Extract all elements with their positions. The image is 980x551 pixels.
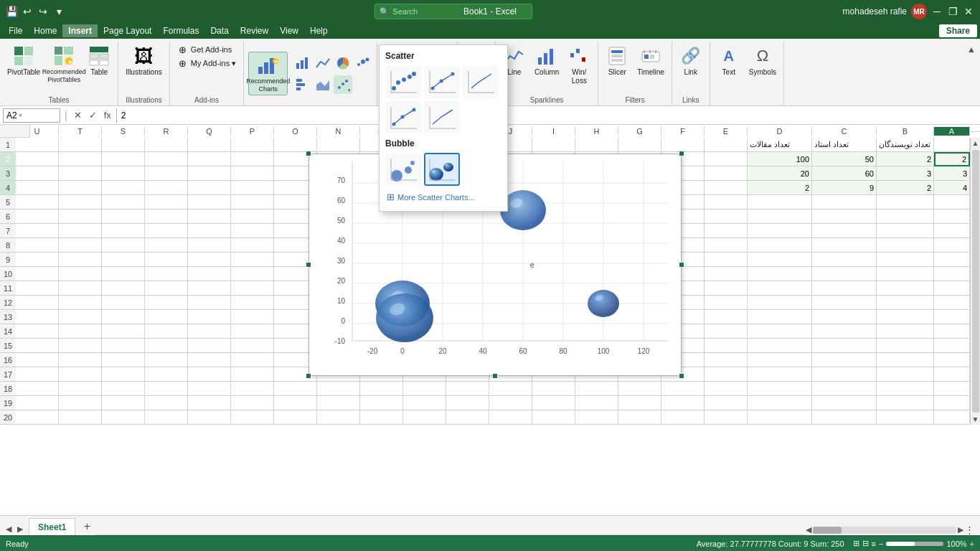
share-button[interactable]: Share [939,24,977,37]
cell-S7[interactable] [102,224,145,238]
cell-R1[interactable] [145,138,188,152]
cell-A12[interactable] [934,296,970,310]
tab-scroll-right[interactable]: ▶ [14,523,26,535]
bubble-3d-option[interactable] [424,153,460,186]
row-number-18[interactable]: 18 [0,382,16,396]
ribbon-collapse-button[interactable]: ▲ [967,44,976,55]
select-all-button[interactable] [0,125,30,138]
timeline-button[interactable]: Timeline [634,43,666,78]
cell-S10[interactable] [102,267,145,281]
cell-S17[interactable] [102,367,145,382]
cell-C16[interactable] [812,353,877,367]
cell-C6[interactable] [812,209,877,224]
cell-R2[interactable] [145,152,188,166]
save-icon[interactable]: 💾 [6,6,17,17]
cell-Q15[interactable] [188,339,231,353]
cell-B1[interactable]: تعداد نویسندگان [877,138,934,152]
cell-T5[interactable] [59,195,102,209]
cell-G1[interactable] [618,138,661,152]
cell-T4[interactable] [59,181,102,195]
cell-T8[interactable] [59,238,102,253]
cell-C3[interactable]: 60 [812,166,877,181]
cell-J18[interactable] [489,382,532,396]
cell-S11[interactable] [102,281,145,296]
cell-A6[interactable] [934,209,970,224]
cell-Q17[interactable] [188,367,231,382]
cell-C9[interactable] [812,253,877,267]
col-header-T[interactable]: T [59,127,102,136]
cell-Q6[interactable] [188,209,231,224]
cell-A13[interactable] [934,310,970,324]
cell-U18[interactable] [16,382,59,396]
row-number-5[interactable]: 5 [0,195,16,209]
cell-A19[interactable] [934,396,970,410]
cell-T7[interactable] [59,224,102,238]
cell-T11[interactable] [59,281,102,296]
cell-B8[interactable] [877,238,934,253]
cell-R5[interactable] [145,195,188,209]
cell-P1[interactable] [231,138,274,152]
cell-Q11[interactable] [188,281,231,296]
cell-N18[interactable] [317,382,360,396]
cell-E18[interactable] [705,382,748,396]
cell-R8[interactable] [145,238,188,253]
row-number-6[interactable]: 6 [0,209,16,224]
cell-C10[interactable] [812,267,877,281]
cell-U3[interactable] [16,166,59,181]
cell-C13[interactable] [812,310,877,324]
row-number-10[interactable]: 10 [0,267,16,281]
col-header-I[interactable]: I [532,127,575,136]
cell-U13[interactable] [16,310,59,324]
scatter-chart-button[interactable]: ▾ [334,75,352,94]
cell-Q3[interactable] [188,166,231,181]
cell-B4[interactable]: 2 [877,181,934,195]
cell-E2[interactable] [705,152,748,166]
cell-U6[interactable] [16,209,59,224]
cell-B16[interactable] [877,353,934,367]
cell-A9[interactable] [934,253,970,267]
cell-S12[interactable] [102,296,145,310]
cell-A2[interactable]: 2 [934,152,970,166]
cell-D6[interactable] [748,209,812,224]
cell-Q20[interactable] [188,410,231,425]
user-avatar[interactable]: MR [911,4,927,19]
cell-N19[interactable] [317,396,360,410]
cell-H18[interactable] [575,382,618,396]
row-number-1[interactable]: 1 [0,138,16,152]
cell-T15[interactable] [59,339,102,353]
row-number-2[interactable]: 2 [0,152,16,166]
col-header-D[interactable]: D [748,127,812,136]
cell-T16[interactable] [59,353,102,367]
cell-Q12[interactable] [188,296,231,310]
cell-T12[interactable] [59,296,102,310]
illustrations-button[interactable]: 🖼 Illustrations [123,43,165,78]
hscroll-right[interactable]: ▶ [958,525,963,534]
cell-M18[interactable] [360,382,403,396]
cell-D3[interactable]: 20 [748,166,812,181]
cell-T6[interactable] [59,209,102,224]
cell-C18[interactable] [812,382,877,396]
cell-R13[interactable] [145,310,188,324]
area-chart-button[interactable] [314,75,332,94]
cell-C11[interactable] [812,281,877,296]
table-button[interactable]: Table [85,43,113,78]
menu-formulas[interactable]: Formulas [157,24,204,37]
cancel-formula-button[interactable]: ✕ [72,110,84,121]
cell-N20[interactable] [317,410,360,425]
cell-B17[interactable] [877,367,934,382]
chart-handle-tl[interactable] [306,151,311,156]
recommended-charts-button[interactable]: ★ RecommendedCharts [248,52,288,95]
row-number-7[interactable]: 7 [0,224,16,238]
cell-M19[interactable] [360,396,403,410]
cell-S14[interactable] [102,324,145,339]
cell-P18[interactable] [231,382,274,396]
cell-D8[interactable] [748,238,812,253]
hscroll-left[interactable]: ◀ [806,525,811,534]
cell-P16[interactable] [231,353,274,367]
cell-S9[interactable] [102,253,145,267]
row-number-4[interactable]: 4 [0,181,16,195]
cell-U5[interactable] [16,195,59,209]
row-number-8[interactable]: 8 [0,238,16,253]
cell-E5[interactable] [705,195,748,209]
cell-G20[interactable] [618,410,661,425]
